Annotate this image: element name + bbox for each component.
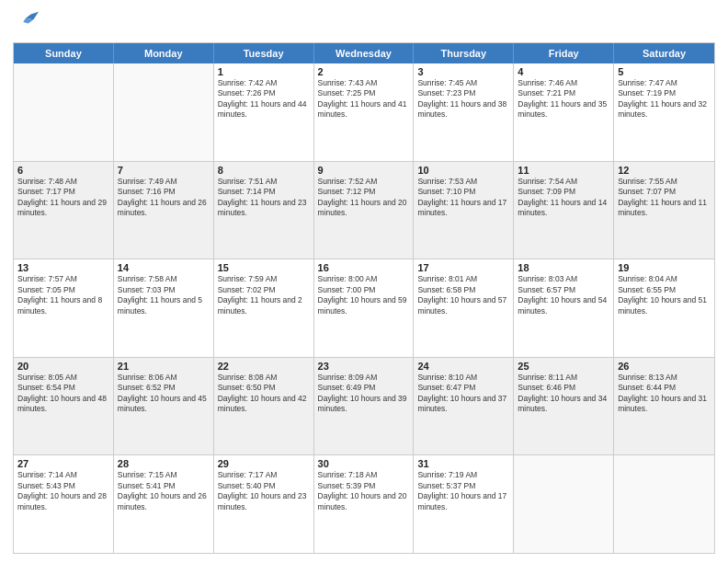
cell-detail: Sunrise: 8:11 AM Sunset: 6:46 PM Dayligh… (518, 373, 609, 415)
day-number: 9 (318, 165, 410, 176)
calendar-cell: 26Sunrise: 8:13 AM Sunset: 6:44 PM Dayli… (614, 358, 714, 455)
day-number: 13 (17, 262, 109, 273)
weekday-header-tuesday: Tuesday (214, 43, 314, 63)
day-number: 7 (118, 165, 210, 176)
cell-detail: Sunrise: 8:13 AM Sunset: 6:44 PM Dayligh… (618, 373, 711, 415)
cell-detail: Sunrise: 7:42 AM Sunset: 7:26 PM Dayligh… (218, 78, 310, 121)
day-number: 6 (17, 165, 109, 176)
weekday-header-monday: Monday (114, 43, 214, 63)
calendar-cell: 15Sunrise: 7:59 AM Sunset: 7:02 PM Dayli… (214, 259, 314, 357)
calendar-cell: 12Sunrise: 7:55 AM Sunset: 7:07 PM Dayli… (614, 162, 714, 259)
weekday-header-thursday: Thursday (414, 43, 514, 63)
calendar-cell (514, 455, 614, 553)
cell-detail: Sunrise: 7:52 AM Sunset: 7:12 PM Dayligh… (318, 177, 410, 219)
day-number: 4 (518, 66, 609, 77)
calendar-cell: 9Sunrise: 7:52 AM Sunset: 7:12 PM Daylig… (314, 162, 415, 259)
day-number: 15 (218, 262, 310, 273)
cell-detail: Sunrise: 7:19 AM Sunset: 5:37 PM Dayligh… (417, 470, 509, 512)
calendar-row-2: 6Sunrise: 7:48 AM Sunset: 7:17 PM Daylig… (14, 161, 714, 259)
svg-marker-0 (26, 12, 39, 19)
day-number: 28 (118, 458, 210, 469)
cell-detail: Sunrise: 7:17 AM Sunset: 5:40 PM Dayligh… (218, 470, 310, 512)
calendar-cell: 22Sunrise: 8:08 AM Sunset: 6:50 PM Dayli… (214, 358, 314, 455)
calendar-cell: 11Sunrise: 7:54 AM Sunset: 7:09 PM Dayli… (514, 162, 614, 259)
calendar-cell: 29Sunrise: 7:17 AM Sunset: 5:40 PM Dayli… (214, 455, 314, 553)
cell-detail: Sunrise: 8:08 AM Sunset: 6:50 PM Dayligh… (218, 373, 310, 415)
calendar-cell: 1Sunrise: 7:42 AM Sunset: 7:26 PM Daylig… (214, 63, 314, 161)
day-number: 11 (518, 165, 609, 176)
calendar-cell: 19Sunrise: 8:04 AM Sunset: 6:55 PM Dayli… (614, 259, 714, 357)
cell-detail: Sunrise: 7:58 AM Sunset: 7:03 PM Dayligh… (118, 274, 210, 316)
cell-detail: Sunrise: 7:49 AM Sunset: 7:16 PM Dayligh… (118, 177, 210, 219)
day-number: 8 (218, 165, 310, 176)
day-number: 26 (618, 361, 711, 372)
cell-detail: Sunrise: 7:55 AM Sunset: 7:07 PM Dayligh… (618, 177, 711, 219)
calendar-header: SundayMondayTuesdayWednesdayThursdayFrid… (14, 43, 714, 63)
cell-detail: Sunrise: 8:10 AM Sunset: 6:47 PM Dayligh… (417, 373, 509, 415)
weekday-header-saturday: Saturday (614, 43, 714, 63)
cell-detail: Sunrise: 8:01 AM Sunset: 6:58 PM Dayligh… (417, 274, 509, 316)
cell-detail: Sunrise: 7:46 AM Sunset: 7:21 PM Dayligh… (518, 78, 609, 121)
calendar-row-4: 20Sunrise: 8:05 AM Sunset: 6:54 PM Dayli… (14, 357, 714, 455)
page-header (13, 9, 715, 35)
calendar-cell: 5Sunrise: 7:47 AM Sunset: 7:19 PM Daylig… (614, 63, 714, 161)
day-number: 16 (318, 262, 410, 273)
cell-detail: Sunrise: 7:54 AM Sunset: 7:09 PM Dayligh… (518, 177, 609, 219)
calendar-cell: 10Sunrise: 7:53 AM Sunset: 7:10 PM Dayli… (414, 162, 514, 259)
calendar: SundayMondayTuesdayWednesdayThursdayFrid… (13, 42, 715, 554)
cell-detail: Sunrise: 7:47 AM Sunset: 7:19 PM Dayligh… (618, 78, 711, 121)
day-number: 17 (417, 262, 509, 273)
cell-detail: Sunrise: 7:48 AM Sunset: 7:17 PM Dayligh… (17, 177, 109, 219)
calendar-cell: 3Sunrise: 7:45 AM Sunset: 7:23 PM Daylig… (414, 63, 514, 161)
calendar-cell: 17Sunrise: 8:01 AM Sunset: 6:58 PM Dayli… (414, 259, 514, 357)
calendar-cell: 21Sunrise: 8:06 AM Sunset: 6:52 PM Dayli… (114, 358, 214, 455)
cell-detail: Sunrise: 7:14 AM Sunset: 5:43 PM Dayligh… (17, 470, 109, 512)
cell-detail: Sunrise: 7:59 AM Sunset: 7:02 PM Dayligh… (218, 274, 310, 316)
cell-detail: Sunrise: 7:18 AM Sunset: 5:39 PM Dayligh… (318, 470, 410, 512)
calendar-cell: 8Sunrise: 7:51 AM Sunset: 7:14 PM Daylig… (214, 162, 314, 259)
calendar-cell: 24Sunrise: 8:10 AM Sunset: 6:47 PM Dayli… (414, 358, 514, 455)
calendar-cell (614, 455, 714, 553)
calendar-cell: 30Sunrise: 7:18 AM Sunset: 5:39 PM Dayli… (314, 455, 415, 553)
weekday-header-friday: Friday (514, 43, 614, 63)
logo (13, 9, 42, 35)
calendar-cell (14, 63, 114, 161)
day-number: 21 (118, 361, 210, 372)
calendar-cell: 7Sunrise: 7:49 AM Sunset: 7:16 PM Daylig… (114, 162, 214, 259)
calendar-cell: 28Sunrise: 7:15 AM Sunset: 5:41 PM Dayli… (114, 455, 214, 553)
calendar-cell: 4Sunrise: 7:46 AM Sunset: 7:21 PM Daylig… (514, 63, 614, 161)
day-number: 14 (118, 262, 210, 273)
day-number: 29 (218, 458, 310, 469)
cell-detail: Sunrise: 7:15 AM Sunset: 5:41 PM Dayligh… (118, 470, 210, 512)
day-number: 19 (618, 262, 711, 273)
day-number: 30 (318, 458, 410, 469)
calendar-cell: 14Sunrise: 7:58 AM Sunset: 7:03 PM Dayli… (114, 259, 214, 357)
calendar-row-1: 1Sunrise: 7:42 AM Sunset: 7:26 PM Daylig… (14, 63, 714, 161)
calendar-cell: 18Sunrise: 8:03 AM Sunset: 6:57 PM Dayli… (514, 259, 614, 357)
day-number: 25 (518, 361, 609, 372)
calendar-row-3: 13Sunrise: 7:57 AM Sunset: 7:05 PM Dayli… (14, 259, 714, 357)
calendar-cell: 25Sunrise: 8:11 AM Sunset: 6:46 PM Dayli… (514, 358, 614, 455)
day-number: 20 (17, 361, 109, 372)
cell-detail: Sunrise: 8:03 AM Sunset: 6:57 PM Dayligh… (518, 274, 609, 316)
calendar-cell: 31Sunrise: 7:19 AM Sunset: 5:37 PM Dayli… (414, 455, 514, 553)
day-number: 2 (318, 66, 410, 77)
day-number: 18 (518, 262, 609, 273)
day-number: 31 (417, 458, 509, 469)
calendar-cell: 27Sunrise: 7:14 AM Sunset: 5:43 PM Dayli… (14, 455, 114, 553)
calendar-cell: 2Sunrise: 7:43 AM Sunset: 7:25 PM Daylig… (314, 63, 415, 161)
day-number: 23 (318, 361, 410, 372)
cell-detail: Sunrise: 7:51 AM Sunset: 7:14 PM Dayligh… (218, 177, 310, 219)
cell-detail: Sunrise: 8:09 AM Sunset: 6:49 PM Dayligh… (318, 373, 410, 415)
weekday-header-sunday: Sunday (14, 43, 114, 63)
day-number: 1 (218, 66, 310, 77)
cell-detail: Sunrise: 7:43 AM Sunset: 7:25 PM Dayligh… (318, 78, 410, 121)
day-number: 27 (17, 458, 109, 469)
calendar-cell: 23Sunrise: 8:09 AM Sunset: 6:49 PM Dayli… (314, 358, 415, 455)
day-number: 24 (417, 361, 509, 372)
logo-bird-icon (13, 9, 39, 35)
cell-detail: Sunrise: 8:04 AM Sunset: 6:55 PM Dayligh… (618, 274, 711, 316)
weekday-header-wednesday: Wednesday (314, 43, 415, 63)
day-number: 5 (618, 66, 711, 77)
calendar-row-5: 27Sunrise: 7:14 AM Sunset: 5:43 PM Dayli… (14, 454, 714, 553)
